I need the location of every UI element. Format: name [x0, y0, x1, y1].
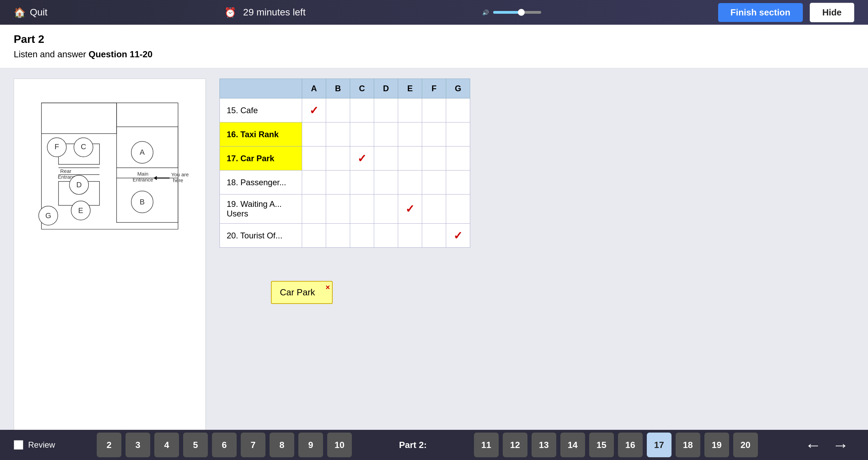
svg-text:G: G [45, 211, 51, 220]
nav-btn-15[interactable]: 15 [589, 433, 614, 457]
table-cell-15-B[interactable] [326, 98, 350, 122]
nav-btn-8[interactable]: 8 [270, 433, 294, 457]
nav-btn-7[interactable]: 7 [241, 433, 265, 457]
table-cell-19-F[interactable] [422, 194, 446, 224]
table-cell-20-C[interactable] [350, 224, 374, 248]
table-cell-15-F[interactable] [422, 98, 446, 122]
table-cell-16-B[interactable] [326, 122, 350, 146]
table-cell-20-F[interactable] [422, 224, 446, 248]
table-row-label: 15. Cafe [220, 98, 302, 122]
svg-rect-0 [41, 103, 117, 134]
col-header-f: F [422, 79, 446, 98]
review-checkbox[interactable] [14, 440, 23, 450]
table-cell-18-E[interactable] [398, 170, 422, 194]
map-container: F C A Rear Entrance D Main Entrance You … [14, 79, 206, 432]
next-button[interactable]: → [827, 436, 854, 455]
table-cell-16-F[interactable] [422, 122, 446, 146]
table-cell-16-A[interactable] [302, 122, 326, 146]
table-cell-18-F[interactable] [422, 170, 446, 194]
volume-slider[interactable] [493, 11, 541, 14]
table-cell-17-E[interactable] [398, 146, 422, 170]
col-header-a: A [302, 79, 326, 98]
part2-numbers: 11121314151617181920 [474, 433, 758, 457]
hide-button[interactable]: Hide [810, 3, 854, 22]
timer-area: ⏰ 29 minutes left [224, 7, 306, 18]
table-cell-19-C[interactable] [350, 194, 374, 224]
table-row: 17. Car Park✓ [220, 146, 470, 170]
part-header: Part 2 Listen and answer Question 11-20 [0, 25, 868, 68]
part-instruction: Listen and answer Question 11-20 [14, 49, 854, 60]
nav-btn-2[interactable]: 2 [97, 433, 121, 457]
main-content: F C A Rear Entrance D Main Entrance You … [0, 68, 868, 443]
col-header-g: G [446, 79, 470, 98]
nav-btn-11[interactable]: 11 [474, 433, 499, 457]
table-cell-17-B[interactable] [326, 146, 350, 170]
table-cell-17-C[interactable]: ✓ [350, 146, 374, 170]
nav-btn-17[interactable]: 17 [647, 433, 671, 457]
table-cell-20-D[interactable] [374, 224, 398, 248]
table-cell-20-E[interactable] [398, 224, 422, 248]
table-cell-19-A[interactable] [302, 194, 326, 224]
table-cell-16-D[interactable] [374, 122, 398, 146]
nav-btn-6[interactable]: 6 [212, 433, 237, 457]
quit-button[interactable]: 🏠 Quit [14, 7, 47, 18]
nav-btn-10[interactable]: 10 [327, 433, 352, 457]
topbar-right: Finish section Hide [718, 3, 854, 22]
table-cell-17-A[interactable] [302, 146, 326, 170]
table-cell-16-C[interactable] [350, 122, 374, 146]
table-cell-17-G[interactable] [446, 146, 470, 170]
prev-button[interactable]: ← [799, 436, 827, 455]
table-cell-17-D[interactable] [374, 146, 398, 170]
table-cell-15-D[interactable] [374, 98, 398, 122]
nav-btn-14[interactable]: 14 [560, 433, 585, 457]
nav-btn-18[interactable]: 18 [676, 433, 700, 457]
part2-label: Part 2: [399, 440, 427, 450]
table-cell-20-A[interactable] [302, 224, 326, 248]
table-row: 16. Taxi Rank [220, 122, 470, 146]
svg-text:You are: You are [171, 172, 189, 177]
table-cell-17-F[interactable] [422, 146, 446, 170]
svg-text:F: F [55, 142, 59, 151]
table-cell-19-G[interactable] [446, 194, 470, 224]
svg-marker-26 [154, 176, 157, 180]
tooltip-text: Car Park [280, 287, 315, 297]
nav-btn-12[interactable]: 12 [503, 433, 527, 457]
table-cell-15-E[interactable] [398, 98, 422, 122]
nav-btn-9[interactable]: 9 [298, 433, 323, 457]
nav-btn-13[interactable]: 13 [532, 433, 556, 457]
table-cell-18-A[interactable] [302, 170, 326, 194]
table-row-label: 18. Passenger... [220, 170, 302, 194]
svg-text:C: C [81, 142, 86, 151]
nav-btn-20[interactable]: 20 [733, 433, 758, 457]
table-cell-18-C[interactable] [350, 170, 374, 194]
table-cell-15-G[interactable] [446, 98, 470, 122]
svg-text:D: D [76, 180, 82, 189]
table-cell-16-G[interactable] [446, 122, 470, 146]
table-row: 20. Tourist Of...✓ [220, 224, 470, 248]
col-header-c: C [350, 79, 374, 98]
table-cell-20-B[interactable] [326, 224, 350, 248]
nav-btn-4[interactable]: 4 [154, 433, 179, 457]
nav-btn-16[interactable]: 16 [618, 433, 643, 457]
col-header-b: B [326, 79, 350, 98]
table-cell-18-B[interactable] [326, 170, 350, 194]
svg-text:E: E [78, 206, 83, 215]
table-cell-15-A[interactable]: ✓ [302, 98, 326, 122]
table-cell-20-G[interactable]: ✓ [446, 224, 470, 248]
table-cell-18-G[interactable] [446, 170, 470, 194]
table-cell-15-C[interactable] [350, 98, 374, 122]
table-row: 15. Cafe✓ [220, 98, 470, 122]
table-cell-18-D[interactable] [374, 170, 398, 194]
nav-btn-19[interactable]: 19 [704, 433, 729, 457]
tooltip-close-button[interactable]: × [325, 283, 330, 292]
table-cell-19-D[interactable] [374, 194, 398, 224]
review-area: Review [14, 440, 55, 450]
finish-section-button[interactable]: Finish section [718, 3, 803, 22]
nav-btn-5[interactable]: 5 [183, 433, 208, 457]
nav-btn-3[interactable]: 3 [126, 433, 150, 457]
table-wrapper: A B C D E F G 15. Cafe✓16. Taxi Rank17. … [219, 79, 854, 432]
table-cell-16-E[interactable] [398, 122, 422, 146]
table-cell-19-E[interactable]: ✓ [398, 194, 422, 224]
clock-icon: ⏰ [224, 7, 236, 18]
table-cell-19-B[interactable] [326, 194, 350, 224]
